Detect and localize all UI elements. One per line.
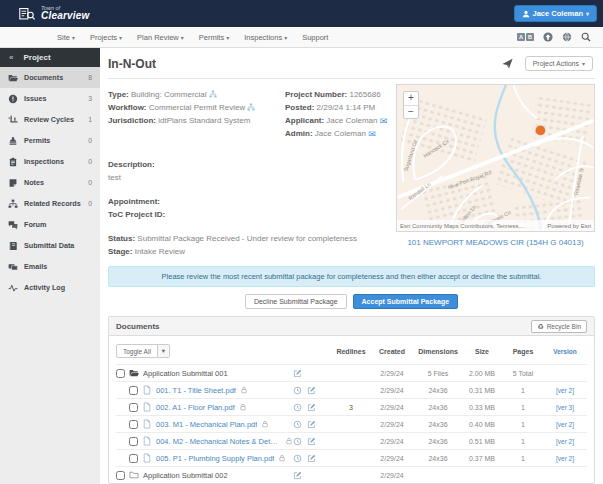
row-checkbox[interactable] <box>129 454 138 463</box>
nav-item-inspections[interactable]: Inspections ▾ <box>244 33 287 42</box>
map-zoom-in-button[interactable]: + <box>404 92 418 105</box>
document-link[interactable]: 003. M1 - Mechanical Plan.pdf <box>156 420 257 429</box>
clipboard-icon <box>8 157 18 167</box>
nav-item-plan-review[interactable]: Plan Review ▾ <box>137 33 184 42</box>
user-menu-button[interactable]: Jace Coleman ▾ <box>514 5 597 22</box>
version-link[interactable]: [ver 2] <box>543 455 587 462</box>
sidebar-header: « Project <box>0 48 100 67</box>
file-icon <box>142 453 152 463</box>
toggle-all-button[interactable]: Toggle All <box>116 344 158 358</box>
history-icon[interactable] <box>293 437 302 446</box>
redline-edit-icon[interactable] <box>307 420 316 429</box>
version-link[interactable]: [ver 2] <box>543 438 587 445</box>
sidebar-item-count: 1 <box>88 116 92 123</box>
toggle-all-caret-button[interactable]: ▾ <box>158 344 170 358</box>
redline-edit-icon[interactable] <box>293 369 302 378</box>
document-link[interactable]: 004. M2 - Mechanical Notes & Details.pdf <box>156 437 281 446</box>
arrow-up-circle-icon[interactable] <box>543 32 553 42</box>
size-value: 0.40 MB <box>461 421 503 428</box>
nav-item-site[interactable]: Site ▾ <box>57 33 75 42</box>
documents-table-header: Toggle All ▾ Redlines Created Dimensions… <box>116 342 587 364</box>
change-workflow-icon[interactable] <box>247 103 255 111</box>
row-checkbox[interactable] <box>116 471 125 480</box>
version-link[interactable]: [ver 2] <box>543 387 587 394</box>
sidebar-item-label: Emails <box>24 262 47 271</box>
change-type-icon[interactable] <box>209 90 217 98</box>
sidebar-item-forum[interactable]: Forum <box>0 214 100 235</box>
sidebar-item-count: 0 <box>88 158 92 165</box>
folder-open-icon <box>129 368 139 378</box>
document-link[interactable]: Application Submittal 002 <box>143 471 228 480</box>
sidebar-item-label: Forum <box>24 220 46 229</box>
redline-edit-icon[interactable] <box>307 386 316 395</box>
project-actions-button[interactable]: Project Actions▾ <box>525 56 593 71</box>
sidebar-item-label: Activity Log <box>24 283 65 292</box>
dimensions-value: 5 Files <box>415 370 461 377</box>
document-link[interactable]: 005. P1 - Plumbing Supply Plan.pdf <box>156 454 274 463</box>
recycle-bin-button[interactable]: ♻ Recycle Bin <box>531 320 587 333</box>
history-icon[interactable] <box>293 454 302 463</box>
size-value: 0.51 MB <box>461 438 503 445</box>
sidebar-item-submittal-data[interactable]: Submittal Data <box>0 235 100 256</box>
history-icon[interactable] <box>293 420 302 429</box>
document-link[interactable]: 001. T1 - Title Sheet.pdf <box>156 386 236 395</box>
decline-submittal-button[interactable]: Decline Submittal Package <box>245 294 347 309</box>
row-checkbox[interactable] <box>129 386 138 395</box>
sidebar-item-issues[interactable]: Issues 3 <box>0 88 100 109</box>
history-icon[interactable] <box>293 403 302 412</box>
sidebar-item-emails[interactable]: Emails <box>0 256 100 277</box>
map-zoom-out-button[interactable]: − <box>404 105 418 118</box>
version-link[interactable]: [ver 3] <box>543 404 587 411</box>
user-name: Jace Coleman <box>533 9 583 18</box>
document-link[interactable]: Application Submittal 001 <box>143 369 228 378</box>
globe-icon[interactable] <box>562 32 572 42</box>
pages-value: 1 <box>503 421 543 428</box>
sidebar-item-activity-log[interactable]: Activity Log <box>0 277 100 298</box>
map[interactable]: Sugarland Cir Hancock Cir Randall Ln New… <box>396 84 595 232</box>
send-icon[interactable] <box>502 58 513 69</box>
row-checkbox[interactable] <box>129 437 138 446</box>
created-date: 2/29/24 <box>369 472 415 479</box>
redline-edit-icon[interactable] <box>307 403 316 412</box>
email-icon[interactable]: ✉ <box>380 116 388 126</box>
dimensions-value: 24x36 <box>415 387 461 394</box>
dimensions-value: 24x36 <box>415 404 461 411</box>
redline-edit-icon[interactable] <box>293 471 302 480</box>
nav-item-support[interactable]: Support <box>302 33 328 42</box>
app-header: Town of Clearview Jace Coleman ▾ <box>0 0 603 27</box>
field-jurisdiction: Jurisdiction: idtPlans Standard System <box>108 114 285 127</box>
sidebar-item-review-cycles[interactable]: Review Cycles 1 <box>0 109 100 130</box>
translate-badge[interactable]: AB <box>517 33 534 41</box>
sidebar-item-label: Related Records <box>24 199 81 208</box>
address-link[interactable]: 101 NEWPORT MEADOWS CIR (154H G 04013) <box>396 238 595 247</box>
map-attribution: Esri Community Maps Contributors, Tennes… <box>400 223 524 229</box>
dimensions-value: 24x36 <box>415 421 461 428</box>
lock-icon <box>278 454 286 462</box>
redline-edit-icon[interactable] <box>307 437 316 446</box>
history-icon[interactable] <box>293 386 302 395</box>
sidebar-item-related-records[interactable]: Related Records 0 <box>0 193 100 214</box>
column-header-size: Size <box>461 348 503 355</box>
sidebar-item-notes[interactable]: Notes 0 <box>0 172 100 193</box>
email-icon[interactable]: ✉ <box>368 129 376 139</box>
table-row: 005. P1 - Plumbing Supply Plan.pdf 2/29/… <box>116 449 587 466</box>
collapse-sidebar-icon[interactable]: « <box>9 53 13 62</box>
nav-item-projects[interactable]: Projects ▾ <box>90 33 122 42</box>
sidebar-item-permits[interactable]: Permits 0 <box>0 130 100 151</box>
nav-item-permits[interactable]: Permits ▾ <box>199 33 229 42</box>
chevron-down-icon: ▾ <box>226 34 229 41</box>
chevron-down-icon: ▾ <box>72 34 75 41</box>
sidebar-item-documents[interactable]: Documents 8 <box>0 67 100 88</box>
sidebar-item-inspections[interactable]: Inspections 0 <box>0 151 100 172</box>
row-checkbox[interactable] <box>129 420 138 429</box>
brand-logo[interactable]: Town of Clearview <box>18 6 90 22</box>
clearview-logo-icon <box>18 6 36 21</box>
document-link[interactable]: 002. A1 - Floor Plan.pdf <box>156 403 235 412</box>
redline-edit-icon[interactable] <box>307 454 316 463</box>
page-title: In-N-Out <box>108 57 156 71</box>
row-checkbox[interactable] <box>129 403 138 412</box>
row-checkbox[interactable] <box>116 369 125 378</box>
search-icon[interactable] <box>581 32 591 42</box>
version-link[interactable]: [ver 2] <box>543 421 587 428</box>
accept-submittal-button[interactable]: Accept Submittal Package <box>353 294 459 309</box>
